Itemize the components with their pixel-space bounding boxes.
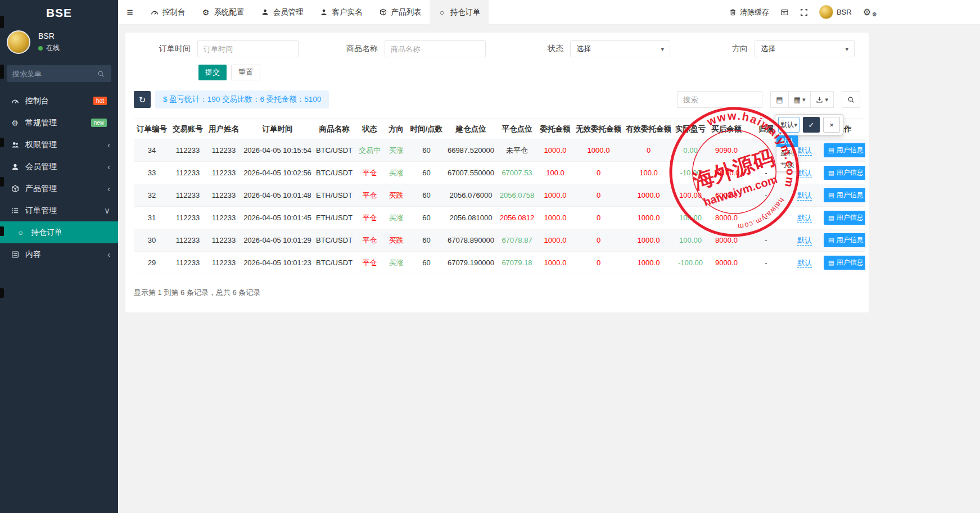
nav-tab-console[interactable]: 控制台 [142,0,193,25]
export-button[interactable]: ▾ [811,91,834,108]
sidebar-item-open-orders[interactable]: ○ 持仓订单 [0,221,118,243]
table-cell: 平仓 [355,207,384,229]
column-header[interactable]: 订单编号 [134,119,170,139]
column-header[interactable]: 方向 [384,119,408,139]
refresh-icon: ↻ [139,95,146,105]
select-option-profit[interactable]: 盈利 [776,147,798,159]
hamburger-menu-icon[interactable]: ≡ [118,6,142,19]
select-option-default[interactable]: 默认 [776,135,798,147]
user-panel[interactable]: BSR 在线 [0,26,118,60]
columns-button[interactable]: ▦▾ [789,91,811,108]
refresh-button[interactable]: ↻ [134,91,151,108]
nav-tab-kyc[interactable]: 客户实名 [311,0,371,25]
pagination-toggle-button[interactable]: ▤ [770,91,788,108]
user-info-button[interactable]: ▤用户信息 [824,233,865,247]
ownership-editable-link[interactable]: 默认 [797,191,812,201]
column-header[interactable]: 平仓点位 [497,119,537,139]
topbar-user[interactable]: BSR [819,5,852,19]
sidebar-item-content[interactable]: 内容 ‹ [0,243,118,265]
column-header[interactable]: 状态 [355,119,384,139]
settings-icon[interactable]: ⚙⚙ [863,7,877,17]
table-cell: 1000.0 [573,139,624,162]
ownership-editable-link[interactable]: 默认 [797,258,812,268]
column-header[interactable]: 交易账号 [170,119,206,139]
column-header[interactable]: 订单时间 [242,119,313,139]
user-info-button[interactable]: ▤用户信息 [824,188,865,202]
table-cell: 32 [134,184,170,207]
orders-icon [10,207,20,215]
table-cell: 60 [408,139,445,162]
nav-tab-members[interactable]: 会员管理 [252,0,311,25]
submit-button[interactable]: 提交 [198,65,227,80]
reset-button[interactable]: 重置 [231,65,260,80]
editable-select[interactable]: 默认 ▾ [778,117,800,133]
caret-down-icon: ▾ [661,46,664,52]
table-cell: ▤用户信息 [823,184,865,207]
clear-cache-button[interactable]: 清除缓存 [729,7,769,17]
table-cell: 8000.0 [707,207,746,229]
cancel-button[interactable]: × [823,117,840,133]
confirm-button[interactable]: ✓ [803,117,820,133]
table-cell: 33 [134,162,170,184]
sidebar-item-permissions[interactable]: 权限管理 ‹ [0,134,118,156]
sidebar-search[interactable] [7,65,111,82]
sidebar-item-orders[interactable]: 订单管理 ∨ [0,199,118,221]
select-option-loss[interactable]: 亏损 [776,159,798,171]
product-icon [10,185,20,193]
nav-tab-product-list[interactable]: 产品列表 [371,0,430,25]
panel-icon[interactable] [780,8,789,16]
product-name-label: 商品名称 [346,44,378,54]
status-select[interactable]: 选择 ▾ [570,40,670,57]
sidebar-item-members[interactable]: 会员管理 ‹ [0,156,118,178]
table-cell: 112233 [170,184,206,207]
table-cell: 112233 [170,162,206,184]
column-header[interactable]: 有效委托金额 [624,119,674,139]
direction-select[interactable]: 选择 ▾ [755,40,855,57]
column-header[interactable]: 商品名称 [313,119,355,139]
table-cell: 100.0 [537,162,573,184]
user-info-button[interactable]: ▤用户信息 [824,166,865,180]
search-toggle-button[interactable] [842,91,860,108]
screen-edge-artifact [0,138,4,147]
table-cell: 0 [573,184,624,207]
column-header[interactable]: 买后余额 [707,119,746,139]
column-header[interactable]: 委托金额 [537,119,573,139]
ownership-editable-link[interactable]: 默认 [797,146,812,156]
user-info-button[interactable]: ▤用户信息 [824,143,865,157]
sidebar-search-input[interactable] [12,70,96,78]
sidebar-item-console[interactable]: 控制台 hot [0,90,118,112]
sidebar-item-products[interactable]: 产品管理 ‹ [0,178,118,199]
column-header[interactable]: 用户姓名 [206,119,242,139]
table-cell: 默认 [787,229,823,252]
ownership-editable-link[interactable]: 默认 [797,236,812,246]
sidebar-item-label: 产品管理 [25,184,107,194]
column-header[interactable]: 无效委托金额 [573,119,624,139]
column-header[interactable]: 建仓点位 [445,119,497,139]
table-cell: BTC/USDT [313,162,355,184]
product-name-input[interactable] [385,40,486,57]
column-header[interactable]: 时间/点数 [408,119,445,139]
table-row: 341122331122332026-04-05 10:15:54BTC/USD… [134,139,865,162]
table-cell: -100.00 [674,252,707,274]
table-header-row: 订单编号交易账号用户姓名订单时间商品名称状态方向时间/点数建仓点位平仓点位委托金… [134,119,865,139]
table-cell: 60 [408,252,445,274]
column-header[interactable]: 实际盈亏 [674,119,707,139]
chevron-left-icon: ‹ [107,249,110,259]
ownership-editable-link[interactable]: 默认 [797,214,812,223]
topbar: ≡ 控制台 ⚙ 系统配置 会员管理 客户实名 产品列表 ○ 持仓订单 清除 [118,0,980,25]
sidebar-item-general[interactable]: ⚙ 常规管理 new [0,112,118,134]
user-info-button[interactable]: ▤用户信息 [824,211,865,225]
nav-tab-system-config[interactable]: ⚙ 系统配置 [193,0,252,25]
order-time-input[interactable] [197,40,299,57]
table-cell: 2056.076000 [445,184,497,207]
ownership-editable-link[interactable]: 默认 [797,169,812,178]
user-info-button[interactable]: ▤用户信息 [824,256,865,270]
table-search-input[interactable] [677,91,762,108]
table-cell: 67078.890000 [445,229,497,252]
nav-tab-open-orders[interactable]: ○ 持仓订单 [430,0,489,25]
table-cell: 平仓 [355,252,384,274]
nav-tab-label: 控制台 [162,7,186,17]
table-cell: 平仓 [355,162,384,184]
fullscreen-icon[interactable] [800,8,808,16]
chevron-left-icon: ‹ [107,140,110,149]
